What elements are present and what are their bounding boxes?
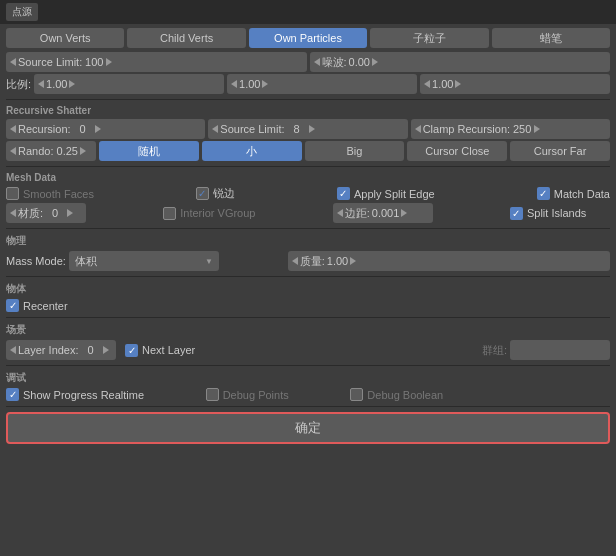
layer-index-decrease[interactable] xyxy=(10,346,16,354)
sep3 xyxy=(6,228,610,229)
big-btn[interactable]: Big xyxy=(305,141,405,161)
recursion-row: Recursion: 0 Source Limit: 8 Clamp Recur… xyxy=(6,119,610,139)
debug-points-label: Debug Points xyxy=(223,389,289,401)
rando-field[interactable]: Rando: 0.25 xyxy=(6,141,96,161)
zhi-liang-increase[interactable] xyxy=(350,257,356,265)
next-layer-container[interactable]: Next Layer xyxy=(125,344,195,357)
source-limit-increase[interactable] xyxy=(106,58,112,66)
bili2-increase[interactable] xyxy=(262,80,268,88)
interior-vgroup-container[interactable]: Interior VGroup xyxy=(163,207,255,220)
debug-boolean-container[interactable]: Debug Boolean xyxy=(350,388,443,401)
bi-shua-btn[interactable]: 蜡笔 xyxy=(492,28,610,48)
mesh-row2: 材质: 0 Interior VGroup 边距: 0.001 Split Is… xyxy=(6,203,610,223)
source-limit-field[interactable]: Source Limit: 100 xyxy=(6,52,307,72)
rec-source-limit-decrease[interactable] xyxy=(212,125,218,133)
recenter-checkbox[interactable] xyxy=(6,299,19,312)
particle-type-tabs: Own Verts Child Verts Own Particles 子粒子 … xyxy=(6,28,610,48)
cursor-close-btn[interactable]: Cursor Close xyxy=(407,141,507,161)
source-limit-decrease[interactable] xyxy=(10,58,16,66)
interior-vgroup-checkbox[interactable] xyxy=(163,207,176,220)
bi-li-row: 比例: 1.00 1.00 1.00 xyxy=(6,74,610,94)
bili3-decrease[interactable] xyxy=(424,80,430,88)
cai-zhi-decrease[interactable] xyxy=(10,209,16,217)
apply-split-edge-container[interactable]: Apply Split Edge xyxy=(337,187,435,200)
own-particles-btn[interactable]: Own Particles xyxy=(249,28,367,48)
recursion-increase[interactable] xyxy=(95,125,101,133)
bili1-increase[interactable] xyxy=(69,80,75,88)
bili2-decrease[interactable] xyxy=(231,80,237,88)
next-layer-checkbox[interactable] xyxy=(125,344,138,357)
debug-points-container[interactable]: Debug Points xyxy=(206,388,289,401)
small-btn[interactable]: 小 xyxy=(202,141,302,161)
show-progress-container[interactable]: Show Progress Realtime xyxy=(6,388,144,401)
cai-zhi-field[interactable]: 材质: 0 xyxy=(6,203,86,223)
cai-zhi-increase[interactable] xyxy=(67,209,73,217)
bi-li-field1[interactable]: 1.00 xyxy=(34,74,224,94)
physics-row: Mass Mode: 体积 ▼ 质量: 1.00 xyxy=(6,251,610,271)
zhi-liang-field[interactable]: 质量: 1.00 xyxy=(288,251,610,271)
mass-mode-select[interactable]: 体积 ▼ xyxy=(69,251,219,271)
random-btn[interactable]: 随机 xyxy=(99,141,199,161)
zhi-liang-decrease[interactable] xyxy=(292,257,298,265)
bi-li-field2[interactable]: 1.00 xyxy=(227,74,417,94)
object-section-label: 物体 xyxy=(6,282,610,296)
sep2 xyxy=(6,166,610,167)
rui-bian-container[interactable]: 锐边 xyxy=(196,186,235,201)
split-islands-container[interactable]: Split Islands xyxy=(510,207,586,220)
clamp-increase[interactable] xyxy=(534,125,540,133)
recenter-container[interactable]: Recenter xyxy=(6,299,68,312)
sep1 xyxy=(6,99,610,100)
rui-bian-checkbox[interactable] xyxy=(196,187,209,200)
bili3-increase[interactable] xyxy=(455,80,461,88)
mesh-section-label: Mesh Data xyxy=(6,172,610,183)
split-islands-checkbox[interactable] xyxy=(510,207,523,220)
bian-ju-increase[interactable] xyxy=(401,209,407,217)
noise-increase[interactable] xyxy=(372,58,378,66)
match-data-container[interactable]: Match Data xyxy=(537,187,610,200)
recenter-label: Recenter xyxy=(23,300,68,312)
layer-index-field[interactable]: Layer Index: 0 xyxy=(6,340,116,360)
child-verts-btn[interactable]: Child Verts xyxy=(127,28,245,48)
mass-mode-arrow: ▼ xyxy=(205,257,213,266)
rui-bian-label: 锐边 xyxy=(213,186,235,201)
sep6 xyxy=(6,365,610,366)
rec-source-limit-increase[interactable] xyxy=(309,125,315,133)
source-limit-row: Source Limit: 100 噪波: 0.00 xyxy=(6,52,610,72)
debug-points-checkbox[interactable] xyxy=(206,388,219,401)
debug-boolean-label: Debug Boolean xyxy=(367,389,443,401)
object-row: Recenter xyxy=(6,299,610,312)
smooth-faces-label: Smooth Faces xyxy=(23,188,94,200)
rando-increase[interactable] xyxy=(80,147,86,155)
mass-mode-value: 体积 xyxy=(75,254,97,269)
cursor-far-btn[interactable]: Cursor Far xyxy=(510,141,610,161)
recursion-decrease[interactable] xyxy=(10,125,16,133)
clamp-field[interactable]: Clamp Recursion: 250 xyxy=(411,119,610,139)
noise-field[interactable]: 噪波: 0.00 xyxy=(310,52,611,72)
confirm-button[interactable]: 确定 xyxy=(6,412,610,444)
dian-yuan-tab[interactable]: 点源 xyxy=(6,3,38,21)
smooth-faces-checkbox[interactable] xyxy=(6,187,19,200)
zi-li-zi-btn[interactable]: 子粒子 xyxy=(370,28,488,48)
random-mode-row: Rando: 0.25 随机 小 Big Cursor Close Cursor… xyxy=(6,141,610,161)
smooth-faces-container[interactable]: Smooth Faces xyxy=(6,187,94,200)
rec-source-limit-field[interactable]: Source Limit: 8 xyxy=(208,119,407,139)
bian-ju-decrease[interactable] xyxy=(337,209,343,217)
debug-boolean-checkbox[interactable] xyxy=(350,388,363,401)
sep7 xyxy=(6,406,610,407)
own-verts-btn[interactable]: Own Verts xyxy=(6,28,124,48)
noise-decrease[interactable] xyxy=(314,58,320,66)
rando-decrease[interactable] xyxy=(10,147,16,155)
apply-split-edge-checkbox[interactable] xyxy=(337,187,350,200)
bi-li-field3[interactable]: 1.00 xyxy=(420,74,610,94)
qun-zu-label: 群组: xyxy=(482,343,507,358)
layer-index-increase[interactable] xyxy=(103,346,109,354)
qun-zu-field[interactable] xyxy=(510,340,610,360)
clamp-decrease[interactable] xyxy=(415,125,421,133)
recursion-field[interactable]: Recursion: 0 xyxy=(6,119,205,139)
show-progress-checkbox[interactable] xyxy=(6,388,19,401)
match-data-label: Match Data xyxy=(554,188,610,200)
bian-ju-field[interactable]: 边距: 0.001 xyxy=(333,203,433,223)
match-data-checkbox[interactable] xyxy=(537,187,550,200)
bili1-decrease[interactable] xyxy=(38,80,44,88)
sep5 xyxy=(6,317,610,318)
